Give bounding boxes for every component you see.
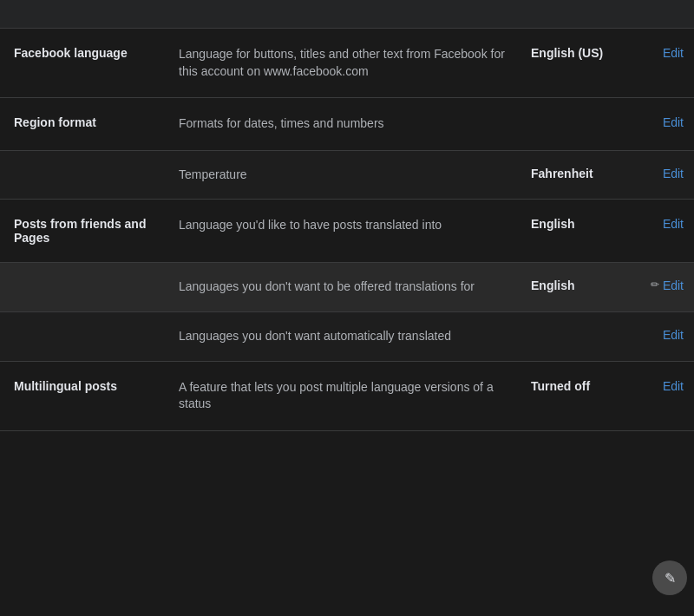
row-multilingual-posts: Multilingual posts A feature that lets y… [0,362,694,430]
sub-description-no-translation-offer: Languages you don't want to be offered t… [165,263,520,311]
sub-row-temperature: Temperature Fahrenheit Edit [0,150,694,200]
sub-value-temperature: Fahrenheit [520,151,642,200]
description-facebook-language: Language for buttons, titles and other t… [165,29,520,97]
value-posts-from-friends: English [520,200,642,262]
sub-empty-no-translation-offer [0,263,165,311]
row-facebook-language: Facebook language Language for buttons, … [0,29,694,97]
action-posts-from-friends: Edit [642,200,694,262]
section-region-format: Region format Formats for dates, times a… [0,98,694,200]
row-region-format: Region format Formats for dates, times a… [0,98,694,150]
description-multilingual-posts: A feature that lets you post multiple la… [165,362,520,430]
pencil-icon-no-translation-offer: ✏ [651,279,659,291]
page-header [0,0,694,29]
label-multilingual-posts: Multilingual posts [0,362,165,430]
sub-edit-button-no-translation-offer[interactable]: Edit [663,279,684,292]
value-facebook-language: English (US) [520,29,642,97]
label-facebook-language: Facebook language [0,29,165,97]
value-multilingual-posts: Turned off [520,362,642,430]
sub-value-no-auto-translate [520,312,642,361]
sub-empty-temperature [0,151,165,200]
edit-button-multilingual-posts[interactable]: Edit [663,379,684,393]
edit-icon: ✎ [665,570,676,587]
sub-action-no-auto-translate: Edit [642,312,694,361]
action-multilingual-posts: Edit [642,362,694,430]
action-facebook-language: Edit [642,29,694,97]
sub-description-no-auto-translate: Languages you don't want automatically t… [165,312,520,361]
value-region-format [520,98,642,150]
section-facebook-language: Facebook language Language for buttons, … [0,29,694,98]
sub-description-temperature: Temperature [165,151,520,200]
edit-button-facebook-language[interactable]: Edit [663,46,684,60]
edit-button-posts-from-friends[interactable]: Edit [663,217,684,231]
settings-list: Facebook language Language for buttons, … [0,29,694,431]
sub-row-no-translation-offer: Languages you don't want to be offered t… [0,262,694,311]
sub-action-no-translation-offer: ✏ Edit [642,263,694,311]
edit-button-region-format[interactable]: Edit [663,115,684,129]
sub-empty-no-auto-translate [0,312,165,361]
label-posts-from-friends: Posts from friends and Pages [0,200,165,262]
section-multilingual-posts: Multilingual posts A feature that lets y… [0,362,694,431]
section-posts-from-friends: Posts from friends and Pages Language yo… [0,200,694,361]
label-region-format: Region format [0,98,165,150]
description-posts-from-friends: Language you'd like to have posts transl… [165,200,520,262]
sub-edit-button-no-auto-translate[interactable]: Edit [663,328,684,342]
description-region-format: Formats for dates, times and numbers [165,98,520,150]
floating-edit-button[interactable]: ✎ [652,560,687,595]
sub-edit-button-temperature[interactable]: Edit [663,167,684,180]
sub-action-temperature: Edit [642,151,694,200]
row-posts-from-friends: Posts from friends and Pages Language yo… [0,200,694,262]
action-region-format: Edit [642,98,694,150]
sub-row-no-auto-translate: Languages you don't want automatically t… [0,311,694,361]
sub-value-no-translation-offer: English [520,263,642,311]
